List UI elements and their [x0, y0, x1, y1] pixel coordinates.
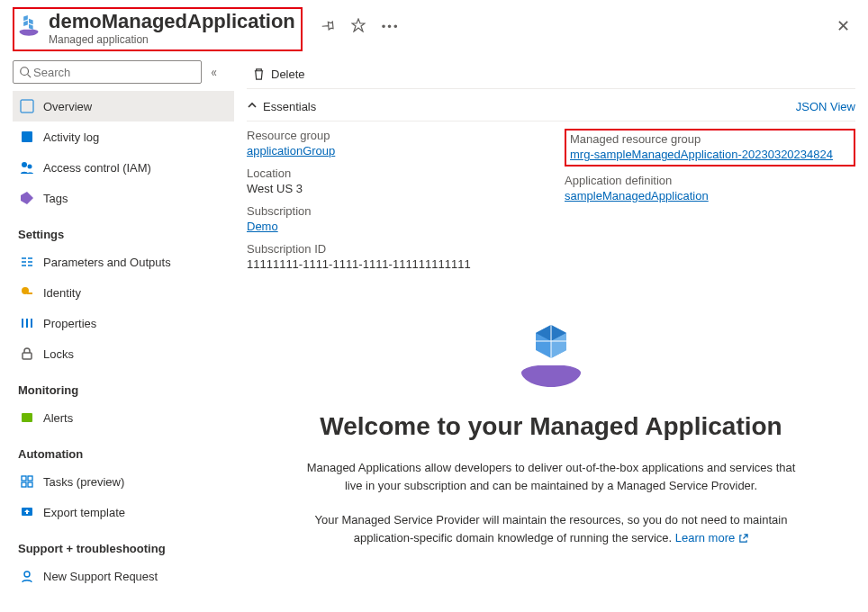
essentials-title: Essentials	[263, 100, 316, 113]
nav-activity-log[interactable]: Activity log	[13, 122, 234, 152]
subscription-id-label: Subscription ID	[247, 242, 538, 256]
section-settings: Settings	[18, 228, 234, 241]
nav-tags[interactable]: Tags	[13, 183, 234, 213]
svg-point-8	[22, 162, 27, 167]
page-subtitle: Managed application	[49, 33, 295, 46]
delete-label: Delete	[271, 68, 305, 81]
nav-tasks[interactable]: Tasks (preview)	[13, 466, 234, 497]
app-definition-label: Application definition	[565, 174, 855, 187]
nav-label: Overview	[43, 100, 92, 113]
close-icon[interactable]: ✕	[831, 13, 855, 40]
nav-label: Alerts	[43, 411, 73, 425]
nav-access-control[interactable]: Access control (IAM)	[13, 152, 234, 183]
locks-icon	[20, 346, 34, 361]
learn-more-link[interactable]: Learn more	[675, 531, 748, 544]
nav-identity[interactable]: Identity	[13, 277, 234, 308]
export-icon	[20, 505, 34, 519]
nav-label: Parameters and Outputs	[43, 256, 171, 269]
json-view-link[interactable]: JSON View	[796, 100, 855, 113]
iam-icon	[20, 160, 34, 175]
nav-locks[interactable]: Locks	[13, 338, 234, 369]
main-content: Delete Essentials JSON View Resource gro…	[234, 53, 868, 591]
svg-rect-15	[28, 476, 32, 481]
support-icon	[20, 569, 34, 583]
nav-new-support-request[interactable]: New Support Request	[13, 561, 234, 591]
nav-export-template[interactable]: Export template	[13, 497, 234, 527]
svg-rect-6	[21, 100, 33, 112]
managed-rg-label: Managed resource group	[570, 132, 850, 146]
section-automation: Automation	[18, 447, 234, 461]
managed-app-icon	[16, 13, 41, 38]
chevron-up-icon[interactable]	[247, 100, 258, 113]
welcome-title: Welcome to your Managed Application	[274, 412, 828, 441]
location-value: West US 3	[247, 182, 538, 195]
nav-label: Tags	[43, 192, 68, 205]
nav-overview[interactable]: Overview	[13, 91, 234, 122]
app-definition-link[interactable]: sampleManagedApplication	[565, 189, 709, 202]
subscription-link[interactable]: Demo	[247, 220, 278, 233]
svg-rect-12	[23, 353, 32, 359]
nav-label: New Support Request	[43, 570, 158, 583]
tasks-icon	[20, 474, 34, 489]
subscription-id-value: 11111111-1111-1111-1111-111111111111	[247, 257, 538, 271]
favorite-icon[interactable]	[351, 18, 366, 35]
nav-label: Export template	[43, 506, 125, 519]
alerts-icon	[20, 410, 34, 425]
svg-rect-17	[28, 482, 32, 487]
svg-rect-2	[23, 21, 28, 26]
essentials-body: Resource group applicationGroup Location…	[247, 122, 855, 298]
tags-icon	[20, 191, 34, 205]
search-input-wrapper[interactable]	[13, 60, 202, 84]
properties-icon	[20, 316, 34, 330]
svg-rect-7	[22, 131, 32, 142]
nav-properties[interactable]: Properties	[13, 308, 234, 338]
svg-rect-14	[22, 476, 26, 481]
svg-rect-13	[22, 413, 32, 422]
nav-label: Identity	[43, 286, 81, 300]
svg-rect-11	[27, 292, 32, 294]
pin-icon[interactable]	[321, 18, 335, 35]
delete-icon	[252, 68, 266, 81]
nav-label: Access control (IAM)	[43, 161, 151, 175]
nav-alerts[interactable]: Alerts	[13, 402, 234, 433]
essentials-header: Essentials JSON View	[247, 93, 855, 122]
svg-rect-1	[29, 19, 33, 24]
delete-button[interactable]: Delete	[247, 64, 311, 85]
overview-icon	[20, 99, 34, 113]
welcome-paragraph-2: Your Managed Service Provider will maint…	[299, 511, 803, 549]
section-support: Support + troubleshooting	[18, 542, 234, 555]
activity-log-icon	[20, 130, 34, 144]
svg-line-5	[28, 75, 32, 78]
toolbar: Delete	[247, 60, 855, 89]
nav-label: Locks	[43, 347, 74, 361]
nav-label: Properties	[43, 317, 96, 330]
svg-rect-16	[22, 482, 26, 487]
more-icon[interactable]: •••	[382, 20, 400, 33]
collapse-nav-icon[interactable]: «	[208, 63, 216, 81]
managed-rg-highlight-box: Managed resource group mrg-sampleManaged…	[565, 129, 855, 166]
nav-label: Tasks (preview)	[43, 475, 124, 489]
location-label: Location	[247, 166, 538, 180]
svg-rect-3	[29, 24, 33, 30]
resource-group-label: Resource group	[247, 129, 538, 142]
svg-point-9	[28, 165, 32, 169]
welcome-paragraph-1: Managed Applications allow developers to…	[299, 459, 803, 495]
search-input[interactable]	[32, 65, 195, 80]
welcome-panel: Welcome to your Managed Application Mana…	[247, 298, 855, 550]
welcome-icon	[511, 316, 592, 397]
parameters-icon	[20, 255, 34, 269]
search-icon	[19, 66, 32, 78]
nav-label: Activity log	[43, 130, 99, 144]
title-highlight-box: demoManagedApplication Managed applicati…	[13, 7, 303, 51]
identity-icon	[20, 285, 34, 300]
sidebar: « Overview Activity log Access control (…	[0, 53, 234, 591]
managed-rg-link[interactable]: mrg-sampleManagedApplication-20230320234…	[570, 148, 833, 161]
svg-rect-0	[23, 15, 28, 21]
svg-point-19	[24, 572, 30, 577]
nav-parameters-outputs[interactable]: Parameters and Outputs	[13, 247, 234, 277]
svg-point-4	[21, 68, 29, 76]
external-link-icon	[738, 531, 748, 549]
subscription-label: Subscription	[247, 204, 538, 218]
resource-group-link[interactable]: applicationGroup	[247, 144, 335, 158]
page-header: demoManagedApplication Managed applicati…	[0, 0, 868, 53]
